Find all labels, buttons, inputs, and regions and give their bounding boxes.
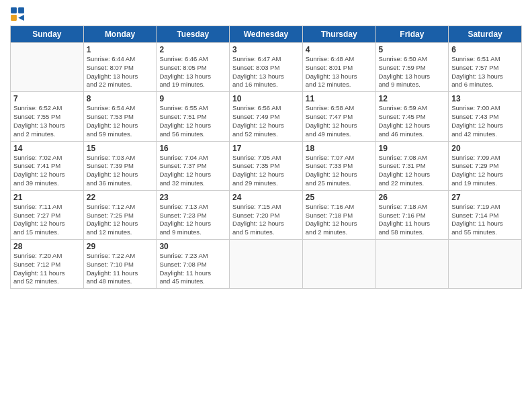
logo [10, 7, 26, 21]
day-info: Sunrise: 7:23 AM Sunset: 7:08 PM Dayligh… [159, 252, 226, 286]
calendar-cell: 13Sunrise: 7:00 AM Sunset: 7:43 PM Dayli… [449, 92, 522, 141]
logo-icon [10, 7, 25, 21]
day-number: 2 [159, 45, 226, 54]
day-info: Sunrise: 6:59 AM Sunset: 7:45 PM Dayligh… [379, 104, 446, 138]
calendar-cell: 16Sunrise: 7:04 AM Sunset: 7:37 PM Dayli… [157, 141, 230, 190]
day-info: Sunrise: 7:12 AM Sunset: 7:25 PM Dayligh… [87, 203, 154, 237]
svg-marker-3 [18, 15, 24, 21]
calendar-cell: 19Sunrise: 7:08 AM Sunset: 7:31 PM Dayli… [375, 141, 449, 190]
day-info: Sunrise: 6:47 AM Sunset: 8:03 PM Dayligh… [232, 55, 300, 89]
day-number: 11 [306, 94, 373, 103]
calendar-cell: 12Sunrise: 6:59 AM Sunset: 7:45 PM Dayli… [375, 92, 449, 141]
day-number: 4 [306, 45, 373, 54]
weekday-header-monday: Monday [83, 26, 157, 43]
calendar-cell: 6Sunrise: 6:51 AM Sunset: 7:57 PM Daylig… [449, 43, 522, 92]
day-info: Sunrise: 7:03 AM Sunset: 7:39 PM Dayligh… [87, 154, 154, 188]
calendar-cell [449, 240, 522, 289]
page-container: SundayMondayTuesdayWednesdayThursdayFrid… [0, 0, 532, 295]
calendar-cell: 23Sunrise: 7:13 AM Sunset: 7:23 PM Dayli… [157, 190, 230, 239]
day-number: 17 [232, 144, 300, 153]
day-number: 20 [451, 144, 519, 153]
calendar-cell: 26Sunrise: 7:18 AM Sunset: 7:16 PM Dayli… [375, 190, 449, 239]
day-number: 28 [13, 242, 81, 251]
calendar-cell: 5Sunrise: 6:50 AM Sunset: 7:59 PM Daylig… [375, 43, 449, 92]
day-number: 8 [87, 94, 154, 103]
day-number: 15 [87, 144, 154, 153]
header [10, 7, 522, 21]
calendar-cell: 18Sunrise: 7:07 AM Sunset: 7:33 PM Dayli… [302, 141, 375, 190]
calendar-table: SundayMondayTuesdayWednesdayThursdayFrid… [10, 26, 522, 289]
day-info: Sunrise: 6:50 AM Sunset: 7:59 PM Dayligh… [379, 55, 446, 89]
calendar-cell: 22Sunrise: 7:12 AM Sunset: 7:25 PM Dayli… [83, 190, 157, 239]
day-number: 5 [379, 45, 446, 54]
day-info: Sunrise: 7:18 AM Sunset: 7:16 PM Dayligh… [379, 203, 446, 237]
weekday-header-sunday: Sunday [11, 26, 84, 43]
day-info: Sunrise: 6:55 AM Sunset: 7:51 PM Dayligh… [159, 104, 226, 138]
svg-rect-0 [11, 7, 17, 13]
day-info: Sunrise: 6:52 AM Sunset: 7:55 PM Dayligh… [13, 104, 81, 138]
day-info: Sunrise: 7:00 AM Sunset: 7:43 PM Dayligh… [451, 104, 519, 138]
calendar-cell: 1Sunrise: 6:44 AM Sunset: 8:07 PM Daylig… [83, 43, 157, 92]
day-number: 12 [379, 94, 446, 103]
svg-rect-1 [18, 7, 24, 13]
day-number: 22 [87, 193, 154, 202]
day-number: 24 [232, 193, 300, 202]
week-row-1: 1Sunrise: 6:44 AM Sunset: 8:07 PM Daylig… [11, 43, 522, 92]
calendar-cell: 27Sunrise: 7:19 AM Sunset: 7:14 PM Dayli… [449, 190, 522, 239]
day-number: 27 [451, 193, 519, 202]
day-info: Sunrise: 7:09 AM Sunset: 7:29 PM Dayligh… [451, 154, 519, 188]
day-number: 7 [13, 94, 81, 103]
calendar-cell: 25Sunrise: 7:16 AM Sunset: 7:18 PM Dayli… [302, 190, 375, 239]
svg-rect-2 [11, 15, 17, 21]
day-info: Sunrise: 6:46 AM Sunset: 8:05 PM Dayligh… [159, 55, 226, 89]
day-info: Sunrise: 6:48 AM Sunset: 8:01 PM Dayligh… [306, 55, 373, 89]
calendar-cell [11, 43, 84, 92]
day-info: Sunrise: 7:15 AM Sunset: 7:20 PM Dayligh… [232, 203, 300, 237]
day-number: 23 [159, 193, 226, 202]
day-number: 16 [159, 144, 226, 153]
day-info: Sunrise: 7:11 AM Sunset: 7:27 PM Dayligh… [13, 203, 81, 237]
day-info: Sunrise: 7:08 AM Sunset: 7:31 PM Dayligh… [379, 154, 446, 188]
day-number: 18 [306, 144, 373, 153]
day-number: 21 [13, 193, 81, 202]
calendar-cell: 8Sunrise: 6:54 AM Sunset: 7:53 PM Daylig… [83, 92, 157, 141]
calendar-cell: 20Sunrise: 7:09 AM Sunset: 7:29 PM Dayli… [449, 141, 522, 190]
day-info: Sunrise: 7:16 AM Sunset: 7:18 PM Dayligh… [306, 203, 373, 237]
day-info: Sunrise: 7:02 AM Sunset: 7:41 PM Dayligh… [13, 154, 81, 188]
day-number: 30 [159, 242, 226, 251]
calendar-cell: 21Sunrise: 7:11 AM Sunset: 7:27 PM Dayli… [11, 190, 84, 239]
calendar-cell [375, 240, 449, 289]
week-row-2: 7Sunrise: 6:52 AM Sunset: 7:55 PM Daylig… [11, 92, 522, 141]
weekday-header-thursday: Thursday [302, 26, 375, 43]
day-number: 26 [379, 193, 446, 202]
calendar-cell: 11Sunrise: 6:58 AM Sunset: 7:47 PM Dayli… [302, 92, 375, 141]
day-number: 3 [232, 45, 300, 54]
day-info: Sunrise: 7:22 AM Sunset: 7:10 PM Dayligh… [87, 252, 154, 286]
day-number: 9 [159, 94, 226, 103]
calendar-cell: 10Sunrise: 6:56 AM Sunset: 7:49 PM Dayli… [230, 92, 303, 141]
day-info: Sunrise: 7:20 AM Sunset: 7:12 PM Dayligh… [13, 252, 81, 286]
day-number: 1 [87, 45, 154, 54]
day-info: Sunrise: 6:44 AM Sunset: 8:07 PM Dayligh… [87, 55, 154, 89]
day-number: 6 [451, 45, 519, 54]
day-info: Sunrise: 6:56 AM Sunset: 7:49 PM Dayligh… [232, 104, 300, 138]
weekday-header-saturday: Saturday [449, 26, 522, 43]
day-number: 13 [451, 94, 519, 103]
day-number: 19 [379, 144, 446, 153]
day-info: Sunrise: 6:54 AM Sunset: 7:53 PM Dayligh… [87, 104, 154, 138]
calendar-cell: 3Sunrise: 6:47 AM Sunset: 8:03 PM Daylig… [230, 43, 303, 92]
calendar-cell [302, 240, 375, 289]
calendar-cell: 2Sunrise: 6:46 AM Sunset: 8:05 PM Daylig… [157, 43, 230, 92]
calendar-cell: 29Sunrise: 7:22 AM Sunset: 7:10 PM Dayli… [83, 240, 157, 289]
day-info: Sunrise: 7:05 AM Sunset: 7:35 PM Dayligh… [232, 154, 300, 188]
day-info: Sunrise: 7:19 AM Sunset: 7:14 PM Dayligh… [451, 203, 519, 237]
calendar-cell: 7Sunrise: 6:52 AM Sunset: 7:55 PM Daylig… [11, 92, 84, 141]
weekday-header-wednesday: Wednesday [230, 26, 303, 43]
calendar-cell: 4Sunrise: 6:48 AM Sunset: 8:01 PM Daylig… [302, 43, 375, 92]
day-number: 25 [306, 193, 373, 202]
weekday-header-friday: Friday [375, 26, 449, 43]
weekday-header-row: SundayMondayTuesdayWednesdayThursdayFrid… [11, 26, 522, 43]
day-number: 29 [87, 242, 154, 251]
calendar-cell: 17Sunrise: 7:05 AM Sunset: 7:35 PM Dayli… [230, 141, 303, 190]
calendar-cell: 24Sunrise: 7:15 AM Sunset: 7:20 PM Dayli… [230, 190, 303, 239]
